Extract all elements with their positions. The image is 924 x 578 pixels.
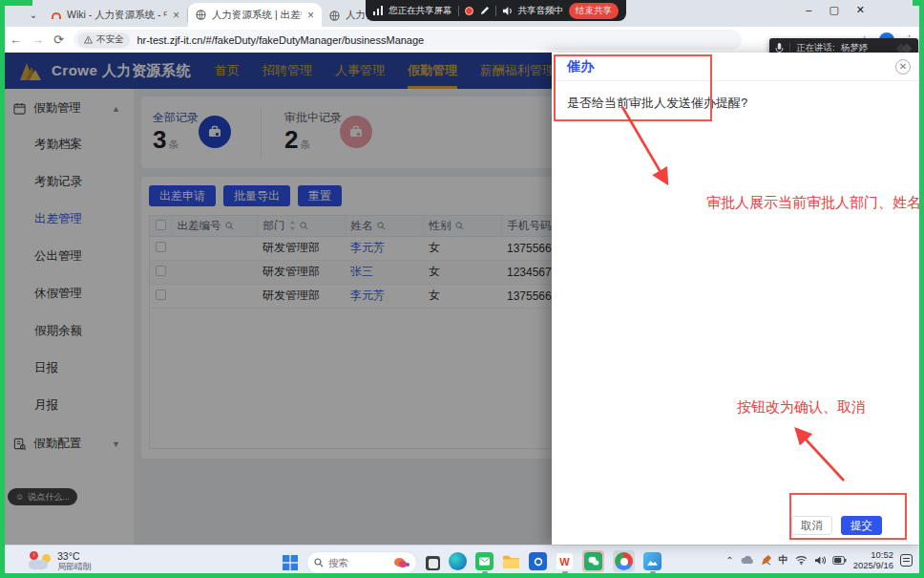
maximize-button[interactable]: ▢: [829, 4, 838, 16]
end-share-button[interactable]: 结束共享: [569, 3, 619, 19]
drawer-header: 催办: [552, 53, 924, 81]
speaker-icon: [502, 6, 513, 16]
tab-close-icon[interactable]: ×: [307, 10, 314, 21]
browser-tab-active[interactable]: 人力资源系统 | 出差管理 ×: [188, 3, 322, 27]
wiki-favicon-icon: [52, 12, 61, 19]
audio-sharing-label: 共享音频中: [518, 5, 564, 17]
taskbar-app-explorer[interactable]: [502, 552, 520, 573]
start-button[interactable]: [283, 555, 298, 570]
notification-icon[interactable]: [900, 554, 913, 567]
taskbar-search[interactable]: [306, 551, 417, 574]
globe-favicon-icon: [329, 11, 340, 21]
taskbar-app-photos[interactable]: [643, 552, 662, 573]
drawer-message: 是否给当前审批人发送催办提醒?: [552, 81, 924, 125]
taskbar-app-chrome[interactable]: [613, 550, 635, 575]
taskbar-app-wps[interactable]: W: [556, 552, 574, 573]
forward-icon: →: [32, 32, 44, 47]
search-icon: [314, 558, 324, 567]
address-bar[interactable]: 不安全 hr-test.zjf-it.cn/#/fakeDuty/fakeDut…: [74, 30, 742, 50]
pen-icon[interactable]: [479, 6, 490, 16]
security-label: 不安全: [96, 33, 124, 46]
taskbar-center: W: [283, 550, 662, 575]
tray-expand-icon[interactable]: ⌃: [725, 555, 733, 566]
bing-highlights-icon[interactable]: [392, 557, 410, 569]
clock[interactable]: 10:52 2025/9/16: [853, 549, 893, 571]
minimize-button[interactable]: –: [806, 4, 811, 16]
taskbar-app-outlook[interactable]: [529, 552, 547, 573]
sharing-label: 您正在共享屏幕: [388, 5, 452, 17]
search-input[interactable]: [328, 557, 378, 568]
tray-date: 2025/9/16: [853, 560, 893, 570]
urge-drawer: 催办 ✕ 是否给当前审批人发送催办提醒? 取消 提交: [552, 53, 924, 545]
taskbar-app-mail[interactable]: [475, 552, 494, 573]
record-icon[interactable]: [465, 7, 473, 15]
tab-search-chevron-icon[interactable]: ⌄: [25, 6, 42, 23]
tab-title: Wiki - 人力资源系统 - 中竞发: [67, 9, 167, 22]
task-view-icon[interactable]: [426, 556, 440, 570]
security-chip[interactable]: 不安全: [77, 32, 131, 48]
tab-close-icon[interactable]: ×: [173, 10, 179, 21]
tab-title: 人力资源系统 | 出差管理: [212, 9, 302, 22]
tray-time: 10:52: [871, 549, 893, 560]
pen-input-icon[interactable]: [761, 554, 772, 566]
close-button[interactable]: ✕: [856, 4, 865, 16]
ime-indicator[interactable]: 中: [779, 553, 788, 567]
back-icon[interactable]: ←: [10, 32, 22, 47]
battery-icon[interactable]: [832, 556, 847, 565]
screen-share-toolbar: 您正在共享屏幕 共享音频中 结束共享: [366, 0, 626, 21]
system-tray: ⌃ 中 10:52 2025/9/16: [725, 549, 913, 571]
drawer-close-icon[interactable]: ✕: [895, 59, 911, 75]
taskbar: ! 33°C 局部晴朗 W ⌃: [0, 545, 924, 578]
window-controls: – ▢ ✕: [806, 4, 865, 16]
volume-icon[interactable]: [814, 555, 826, 566]
taskbar-app-edge[interactable]: [449, 552, 467, 573]
divider: [495, 6, 496, 16]
divider: [458, 6, 459, 16]
signal-icon: [373, 6, 383, 15]
weather-widget[interactable]: ! 33°C 局部晴朗: [29, 550, 92, 571]
screen: ⌄ Wiki - 人力资源系统 - 中竞发 × 人力资源系统 | 出差管理 × …: [0, 0, 924, 578]
globe-favicon-icon: [196, 10, 206, 20]
onedrive-icon[interactable]: [741, 556, 754, 565]
weather-condition: 局部晴朗: [57, 562, 92, 571]
url-text: hr-test.zjf-it.cn/#/fakeDuty/fakeDutyMan…: [136, 34, 424, 46]
submit-button[interactable]: 提交: [841, 516, 882, 535]
weather-icon: !: [29, 551, 52, 570]
wifi-icon[interactable]: [795, 555, 808, 565]
drawer-title: 催办: [567, 58, 594, 75]
warning-icon: [84, 35, 93, 44]
weather-temp: 33°C: [57, 550, 92, 562]
taskbar-app-wechat[interactable]: [582, 550, 604, 575]
drawer-footer: 取消 提交: [791, 516, 882, 535]
cancel-button[interactable]: 取消: [791, 516, 832, 535]
browser-tab-wiki[interactable]: Wiki - 人力资源系统 - 中竞发 ×: [44, 4, 187, 27]
refresh-icon[interactable]: ⟳: [53, 32, 64, 47]
